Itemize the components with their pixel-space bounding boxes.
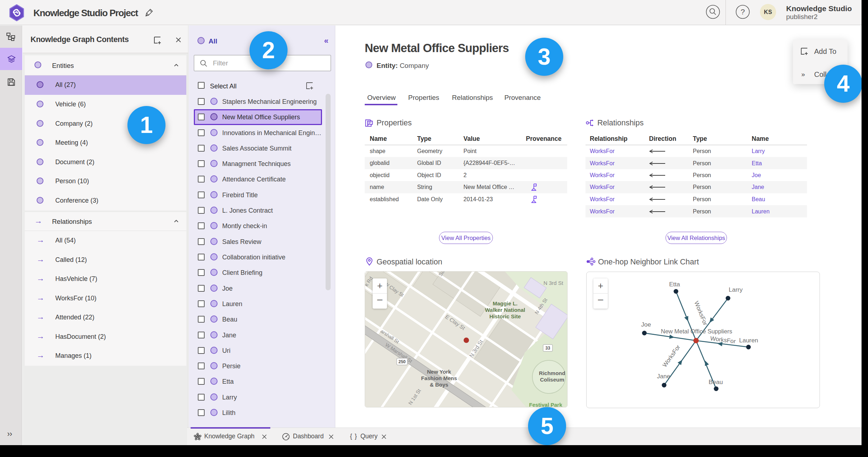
svg-text:?: ? xyxy=(741,8,745,16)
svg-text:New Metal Office Suppliers: New Metal Office Suppliers xyxy=(661,328,732,334)
svg-text:N 3rd St: N 3rd St xyxy=(543,280,564,286)
svg-text:Lauren: Lauren xyxy=(739,337,758,344)
svg-text:33: 33 xyxy=(545,346,550,351)
svg-text:& Boys: & Boys xyxy=(430,382,448,388)
svg-text:New York: New York xyxy=(427,369,452,375)
svg-text:Larry: Larry xyxy=(729,286,743,293)
svg-text:Maggie L.: Maggie L. xyxy=(493,300,517,306)
svg-text:Joe: Joe xyxy=(641,321,651,328)
svg-text:Festival Park: Festival Park xyxy=(529,402,563,407)
svg-text:Historic Site: Historic Site xyxy=(489,313,521,319)
svg-text:Jane: Jane xyxy=(657,373,670,380)
svg-text:Richmond: Richmond xyxy=(539,370,565,376)
svg-text:Beau: Beau xyxy=(709,379,723,386)
svg-text:Coliseum: Coliseum xyxy=(540,377,564,383)
svg-text:Fashion Mens: Fashion Mens xyxy=(421,375,457,381)
svg-text:Walker National: Walker National xyxy=(485,307,525,313)
svg-text:250: 250 xyxy=(398,359,406,364)
svg-text:Etta: Etta xyxy=(669,281,680,288)
svg-text:WorksFor: WorksFor xyxy=(693,300,709,326)
